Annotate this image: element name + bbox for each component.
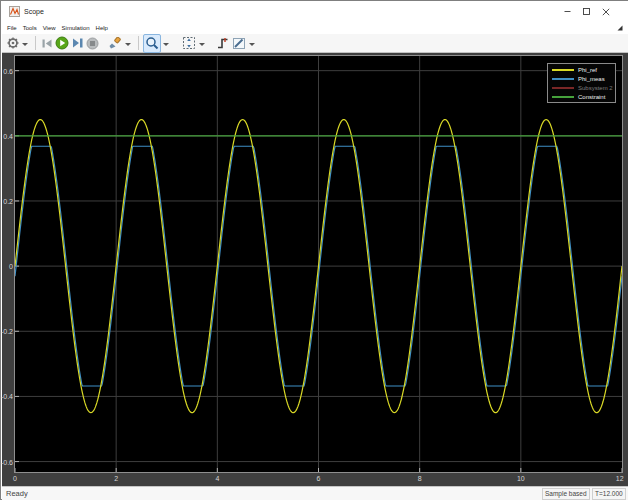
y-tick-label: 0 xyxy=(9,263,13,270)
fit-to-view-icon xyxy=(182,36,196,50)
y-tick-label: 0.6 xyxy=(3,67,13,74)
maximize-button[interactable] xyxy=(577,1,596,22)
configuration-dropdown-icon[interactable] xyxy=(22,43,28,46)
maximize-icon xyxy=(583,8,590,15)
stop-button[interactable] xyxy=(85,35,100,52)
status-ready: Ready xyxy=(2,489,542,498)
y-tick-label: -0.2 xyxy=(1,328,13,335)
rewind-icon xyxy=(41,38,53,49)
window-controls xyxy=(558,1,615,22)
run-icon xyxy=(55,36,69,50)
legend-row[interactable]: Subsystem 2 xyxy=(548,83,615,92)
gear-icon xyxy=(7,37,19,49)
legend-swatch xyxy=(552,69,574,71)
minimize-icon xyxy=(564,8,571,15)
menu-view[interactable]: View xyxy=(40,25,59,31)
x-tick-label: 10 xyxy=(517,475,525,482)
x-tick-label: 6 xyxy=(317,475,321,482)
run-button[interactable] xyxy=(54,35,70,52)
legend-label: Phi_meas xyxy=(578,76,605,82)
menu-simulation[interactable]: Simulation xyxy=(59,25,93,31)
pen-icon xyxy=(232,37,246,50)
zoom-button[interactable] xyxy=(143,34,161,53)
menu-tools[interactable]: Tools xyxy=(20,25,40,31)
signal-selector-dropdown-icon[interactable] xyxy=(249,43,255,46)
legend-label: Constraint xyxy=(578,94,605,100)
scope-app-icon xyxy=(9,6,20,17)
scope-window: Scope File Tools View Simulation Help xyxy=(0,0,628,500)
step-forward-icon xyxy=(71,37,84,49)
toolbar xyxy=(2,34,628,53)
statusbar: Ready Sample based T=12.000 xyxy=(2,486,628,500)
legend-swatch xyxy=(552,87,574,89)
y-tick-label: 0.2 xyxy=(3,197,13,204)
legend-row[interactable]: Phi_ref xyxy=(548,65,615,74)
close-button[interactable] xyxy=(596,1,615,22)
legend-row[interactable]: Constraint xyxy=(548,92,615,101)
status-sample-mode: Sample based xyxy=(542,488,590,500)
legend-swatch xyxy=(552,96,574,98)
y-tick-label: 0.4 xyxy=(3,132,13,139)
legend-label: Subsystem 2 xyxy=(578,85,613,91)
close-icon xyxy=(602,8,610,16)
menubar-overflow-icon[interactable] xyxy=(616,24,623,31)
legend-row[interactable]: Phi_meas xyxy=(548,74,615,83)
plot-axes[interactable]: Phi_refPhi_measSubsystem 2Constraint xyxy=(14,55,623,473)
status-time: T=12.000 xyxy=(592,488,626,500)
menu-file[interactable]: File xyxy=(4,25,20,31)
step-forward-button[interactable] xyxy=(70,35,85,52)
x-tick-label: 4 xyxy=(215,475,219,482)
trigger-icon xyxy=(217,37,230,50)
window-title: Scope xyxy=(24,8,44,15)
x-tick-label: 0 xyxy=(13,475,17,482)
zoom-icon xyxy=(145,36,159,50)
minimize-button[interactable] xyxy=(558,1,577,22)
y-tick-label: -0.6 xyxy=(1,458,13,465)
fit-to-view-button[interactable] xyxy=(181,35,197,52)
zoom-dropdown-icon[interactable] xyxy=(163,43,169,46)
x-tick-label: 8 xyxy=(418,475,422,482)
menu-help[interactable]: Help xyxy=(93,25,111,31)
y-tick-label: -0.4 xyxy=(1,393,13,400)
legend-label: Phi_ref xyxy=(578,67,597,73)
legend-swatch xyxy=(552,78,574,80)
fit-to-view-dropdown-icon[interactable] xyxy=(199,43,205,46)
toolbar-separator xyxy=(138,36,139,50)
signal-selector-button[interactable] xyxy=(231,35,247,52)
plot-canvas[interactable]: Phi_refPhi_measSubsystem 2Constraint -0.… xyxy=(2,53,628,486)
style-dropdown-icon[interactable] xyxy=(125,43,131,46)
x-tick-label: 12 xyxy=(616,475,624,482)
menubar: File Tools View Simulation Help xyxy=(2,22,628,34)
titlebar: Scope xyxy=(2,1,628,22)
legend[interactable]: Phi_refPhi_measSubsystem 2Constraint xyxy=(547,63,616,103)
plot-area[interactable] xyxy=(15,56,622,472)
trigger-button[interactable] xyxy=(216,35,231,52)
stop-icon xyxy=(86,37,99,50)
style-button[interactable] xyxy=(107,35,123,52)
toolbar-separator xyxy=(35,36,36,50)
configuration-button[interactable] xyxy=(6,35,20,52)
rewind-button[interactable] xyxy=(40,35,54,52)
brush-icon xyxy=(108,37,122,50)
x-tick-label: 2 xyxy=(114,475,118,482)
